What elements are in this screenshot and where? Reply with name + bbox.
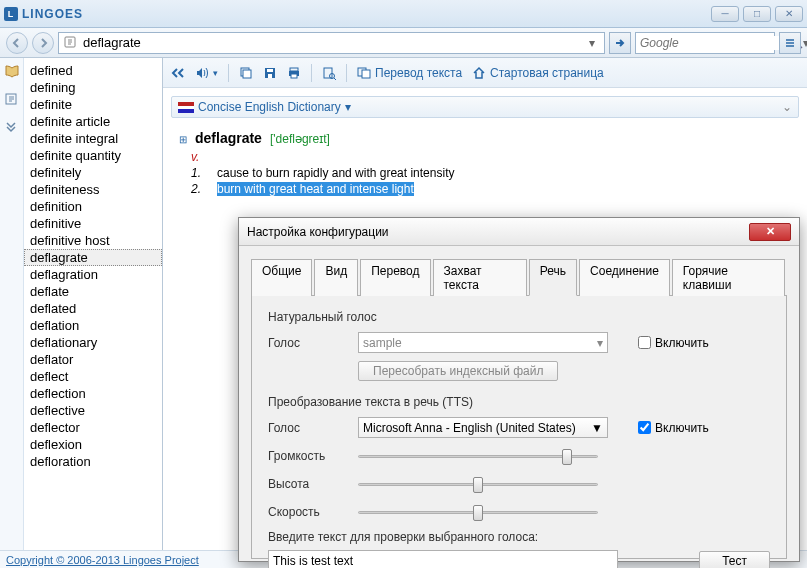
web-search-dropdown[interactable]: ▾	[803, 36, 807, 50]
search-dropdown[interactable]: ▾	[584, 36, 600, 50]
tab-Перевод[interactable]: Перевод	[360, 259, 430, 296]
word-item[interactable]: defined	[24, 62, 162, 79]
separator	[346, 64, 347, 82]
minimize-button[interactable]: ─	[711, 6, 739, 22]
word-list[interactable]: defineddefiningdefinitedefinite articled…	[24, 58, 162, 550]
word-item[interactable]: deflector	[24, 419, 162, 436]
forward-button[interactable]	[32, 32, 54, 54]
voice-label: Голос	[268, 421, 348, 435]
word-item[interactable]: definite	[24, 96, 162, 113]
logo-icon: L	[4, 7, 18, 21]
natural-voice-select[interactable]: sample▾	[358, 332, 608, 353]
word-item[interactable]: deflationary	[24, 334, 162, 351]
word-item[interactable]: definite integral	[24, 130, 162, 147]
word-item[interactable]: deflection	[24, 385, 162, 402]
separator	[228, 64, 229, 82]
word-item[interactable]: definitive host	[24, 232, 162, 249]
volume-label: Громкость	[268, 449, 348, 463]
tab-Соединение[interactable]: Соединение	[579, 259, 670, 296]
flag-icon	[178, 102, 194, 113]
test-button[interactable]: Тест	[699, 551, 770, 569]
word-item[interactable]: deflagrate	[24, 249, 162, 266]
word-item[interactable]: definite quantity	[24, 147, 162, 164]
search-go-button[interactable]	[609, 32, 631, 54]
group-title: Натуральный голос	[268, 310, 770, 324]
definition: 2.burn with great heat and intense light	[191, 182, 791, 196]
app-logo: L LINGOES	[4, 7, 83, 21]
collapse-button[interactable]	[171, 67, 185, 79]
tts-group: Преобразование текста в речь (TTS) Голос…	[268, 395, 770, 568]
home-link[interactable]: Стартовая страница	[472, 66, 604, 80]
appendix-icon[interactable]	[4, 120, 20, 136]
natural-enable-checkbox[interactable]: Включить	[638, 336, 709, 350]
save-button[interactable]	[263, 66, 277, 80]
copy-button[interactable]	[239, 66, 253, 80]
web-search-box[interactable]: ▾	[635, 32, 775, 54]
expand-entry-icon[interactable]: ⊞	[179, 134, 187, 145]
svg-rect-10	[291, 74, 297, 78]
tab-Общие[interactable]: Общие	[251, 259, 312, 296]
print-button[interactable]	[287, 66, 301, 80]
search-box[interactable]: ▾	[58, 32, 605, 54]
word-item[interactable]: definite article	[24, 113, 162, 130]
translate-link[interactable]: Перевод текста	[357, 66, 462, 80]
title-bar: L LINGOES ─ □ ✕	[0, 0, 807, 28]
word-item[interactable]: deflexion	[24, 436, 162, 453]
word-item[interactable]: definiteness	[24, 181, 162, 198]
tts-voice-select[interactable]: Microsoft Anna - English (United States)…	[358, 417, 608, 438]
copyright-link[interactable]: Copyright © 2006-2013 Lingoes Project	[6, 554, 199, 566]
tab-Вид[interactable]: Вид	[314, 259, 358, 296]
tts-enable-checkbox[interactable]: Включить	[638, 421, 709, 435]
word-item[interactable]: definitely	[24, 164, 162, 181]
maximize-button[interactable]: □	[743, 6, 771, 22]
test-text-input[interactable]	[268, 550, 618, 568]
sidebar: defineddefiningdefinitedefinite articled…	[0, 58, 163, 550]
chevron-down-icon: ▼	[591, 421, 603, 435]
dialog-titlebar[interactable]: Настройка конфигурации ✕	[239, 218, 799, 246]
app-name: LINGOES	[22, 7, 83, 21]
word-item[interactable]: deflate	[24, 283, 162, 300]
index-icon[interactable]	[4, 92, 20, 108]
speed-label: Скорость	[268, 505, 348, 519]
part-of-speech: v.	[191, 150, 791, 164]
speak-button[interactable]: ▾	[195, 66, 218, 80]
tab-Горячие клавиши[interactable]: Горячие клавиши	[672, 259, 785, 296]
word-item[interactable]: deflator	[24, 351, 162, 368]
word-item[interactable]: deflective	[24, 402, 162, 419]
svg-rect-4	[243, 70, 251, 78]
tab-panel-speech: Натуральный голос Голос sample▾ Включить…	[251, 296, 787, 559]
nav-bar: ▾ ▾	[0, 28, 807, 58]
word-item[interactable]: deflagration	[24, 266, 162, 283]
tab-Захват текста[interactable]: Захват текста	[433, 259, 527, 296]
word-item[interactable]: defining	[24, 79, 162, 96]
dictionary-entry: ⊞ deflagrate ['defləgreɪt] v. 1.cause to…	[163, 126, 807, 200]
test-label: Введите текст для проверки выбранного го…	[268, 530, 770, 544]
word-item[interactable]: deflated	[24, 300, 162, 317]
volume-slider[interactable]	[358, 446, 598, 466]
pitch-slider[interactable]	[358, 474, 598, 494]
close-button[interactable]: ✕	[775, 6, 803, 22]
word-item[interactable]: deflation	[24, 317, 162, 334]
chevron-down-icon[interactable]: ▾	[345, 100, 351, 114]
sidebar-rail	[0, 58, 24, 550]
svg-rect-6	[267, 69, 273, 72]
expand-icon[interactable]: ⌄	[782, 100, 792, 114]
dictionary-icon	[63, 35, 79, 51]
voice-label: Голос	[268, 336, 348, 350]
word-item[interactable]: definition	[24, 198, 162, 215]
speed-slider[interactable]	[358, 502, 598, 522]
menu-button[interactable]	[779, 32, 801, 54]
rebuild-index-button[interactable]: Пересобрать индексный файл	[358, 361, 558, 381]
dialog-tabs: ОбщиеВидПереводЗахват текстаРечьСоединен…	[251, 258, 787, 296]
dictionary-selector[interactable]: Concise English Dictionary ▾ ⌄	[171, 96, 799, 118]
tab-Речь[interactable]: Речь	[529, 259, 577, 296]
word-item[interactable]: defloration	[24, 453, 162, 470]
book-icon[interactable]	[4, 64, 20, 80]
search-input[interactable]	[83, 35, 584, 50]
word-item[interactable]: deflect	[24, 368, 162, 385]
back-button[interactable]	[6, 32, 28, 54]
dialog-close-button[interactable]: ✕	[749, 223, 791, 241]
word-item[interactable]: definitive	[24, 215, 162, 232]
find-button[interactable]	[322, 66, 336, 80]
web-search-input[interactable]	[640, 36, 791, 50]
